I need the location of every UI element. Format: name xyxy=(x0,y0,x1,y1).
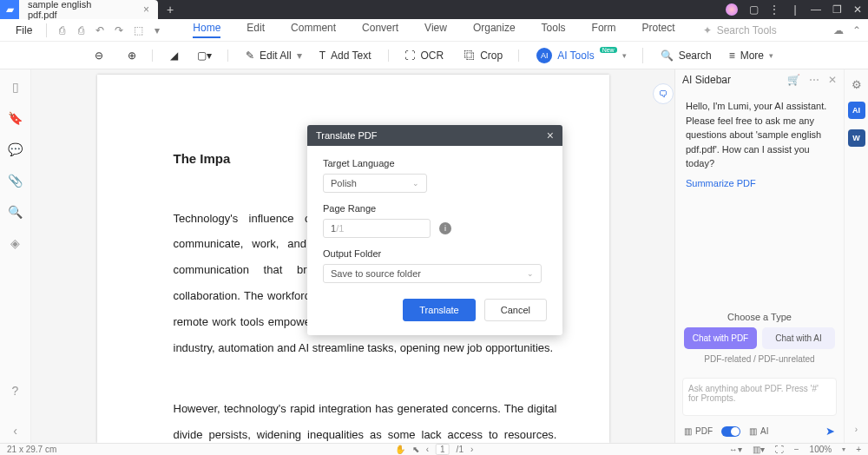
zoom-level[interactable]: 100% xyxy=(810,445,832,454)
edit-all-button[interactable]: Edit All xyxy=(260,49,292,62)
title-bar: ▰ sample english pdf.pdf × + ▢ ⋮ | — ❐ ✕ xyxy=(0,0,868,19)
ocr-icon: ⛶ xyxy=(404,49,415,62)
page-number-input[interactable]: 1 xyxy=(436,444,450,455)
comment-icon[interactable]: 💬 xyxy=(8,142,23,156)
select-tool-icon[interactable]: ⬉ xyxy=(412,445,419,454)
search-tools-label: Search Tools xyxy=(717,24,777,36)
next-page-icon[interactable]: › xyxy=(470,445,473,454)
attachments-icon[interactable]: 📎 xyxy=(8,174,23,188)
word-chip-icon[interactable]: W xyxy=(848,129,865,147)
crop-button[interactable]: Crop xyxy=(480,49,503,62)
left-rail: ▯ 🔖 💬 📎 🔍 ◈ ? ‹ xyxy=(0,69,31,443)
tab-protect[interactable]: Protect xyxy=(642,22,675,38)
save-icon[interactable]: ⎙ xyxy=(52,24,71,36)
pdf-mode-label: PDF xyxy=(695,426,713,436)
fullscreen-icon[interactable]: ⛶ xyxy=(775,445,784,454)
add-text-icon: T xyxy=(319,49,326,62)
nav-tabs: Home Edit Comment Convert View Organize … xyxy=(193,22,674,38)
output-folder-value: Save to source folder xyxy=(331,268,421,279)
tab-edit[interactable]: Edit xyxy=(247,22,265,38)
chat-with-pdf-button[interactable]: Chat with PDF xyxy=(684,327,757,349)
sliders-icon[interactable]: ⚙ xyxy=(852,78,862,91)
cloud-icon[interactable]: ☁ xyxy=(833,24,844,36)
open-icon[interactable]: ⬚ xyxy=(128,24,148,36)
cancel-button[interactable]: Cancel xyxy=(484,299,547,321)
chevron-down-icon: ⌄ xyxy=(527,269,534,278)
zoom-in-status-icon[interactable]: + xyxy=(856,445,861,454)
tab-comment[interactable]: Comment xyxy=(291,22,336,38)
page-total: /1 xyxy=(457,445,464,454)
search-button[interactable]: Search xyxy=(679,49,712,62)
zoom-out-status-icon[interactable]: − xyxy=(794,445,799,454)
redo-icon[interactable]: ↷ xyxy=(109,24,128,36)
tab-convert[interactable]: Convert xyxy=(362,22,398,38)
chevron-left-icon[interactable]: ‹ xyxy=(13,424,17,438)
tab-home[interactable]: Home xyxy=(193,22,220,38)
add-text-button[interactable]: Add Text xyxy=(331,49,371,62)
new-tab-button[interactable]: + xyxy=(158,3,182,16)
bookmark-icon[interactable]: 🔖 xyxy=(8,111,23,125)
ai-prompt-input[interactable]: Ask anything about PDF. Press '#' for Pr… xyxy=(682,378,837,416)
hand-tool-icon[interactable]: ✋ xyxy=(395,445,405,454)
chat-with-ai-button[interactable]: Chat with AI xyxy=(762,327,835,349)
page-range-total: /1 xyxy=(336,223,344,234)
pdf-mode-icon: ▥ xyxy=(684,426,692,436)
zoom-out-icon[interactable]: ⊖ xyxy=(95,49,103,62)
close-tab-icon[interactable]: × xyxy=(143,3,149,16)
kebab-icon[interactable]: ⋮ xyxy=(764,3,785,16)
summarize-pdf-link[interactable]: Summarize PDF xyxy=(686,176,756,191)
file-menu[interactable]: File xyxy=(7,24,41,36)
ai-tools-button[interactable]: AI Tools xyxy=(557,49,594,62)
close-window-button[interactable]: ✕ xyxy=(847,3,868,16)
target-language-select[interactable]: Polish ⌄ xyxy=(323,174,427,193)
print-icon[interactable]: ⎙ xyxy=(71,24,90,36)
crop-icon: ⿻ xyxy=(464,49,475,62)
minimize-button[interactable]: — xyxy=(806,3,826,16)
user-avatar[interactable] xyxy=(726,3,738,16)
dots-icon[interactable]: ⋯ xyxy=(809,74,819,86)
dialog-close-icon[interactable]: × xyxy=(547,129,554,142)
ocr-button[interactable]: OCR xyxy=(420,49,444,62)
tab-view[interactable]: View xyxy=(424,22,447,38)
ai-icon: AI xyxy=(536,48,552,63)
maximize-button[interactable]: ❐ xyxy=(826,3,847,16)
translate-button[interactable]: Translate xyxy=(403,299,475,321)
cart-icon[interactable]: 🛒 xyxy=(787,74,800,86)
help-icon[interactable]: ? xyxy=(12,384,19,398)
output-folder-select[interactable]: Save to source folder ⌄ xyxy=(323,264,542,283)
undo-icon[interactable]: ↶ xyxy=(90,24,109,36)
floating-ai-chip[interactable]: 🗨 xyxy=(653,83,674,104)
dialog-title: Translate PDF xyxy=(316,130,378,141)
search-panel-icon[interactable]: 🔍 xyxy=(8,205,23,219)
chevron-right-icon[interactable]: › xyxy=(855,425,858,434)
view-mode-icon[interactable]: ▥▾ xyxy=(753,445,765,454)
panel-icon[interactable]: ▢ xyxy=(743,3,764,16)
tab-tools[interactable]: Tools xyxy=(542,22,566,38)
more-button[interactable]: More xyxy=(740,49,764,62)
shape-icon[interactable]: ▢▾ xyxy=(197,49,212,62)
collapse-icon[interactable]: ⌃ xyxy=(852,24,861,36)
zoom-in-icon[interactable]: ⊕ xyxy=(128,49,136,62)
app-icon[interactable]: ▰ xyxy=(0,0,19,19)
send-icon[interactable]: ➤ xyxy=(825,425,835,438)
page-range-input[interactable]: 1/1 xyxy=(323,219,431,238)
target-language-label: Target Language xyxy=(323,158,547,168)
document-tab[interactable]: sample english pdf.pdf × xyxy=(19,0,158,19)
type-note: PDF-related / PDF-unrelated xyxy=(675,354,844,364)
prev-page-icon[interactable]: ‹ xyxy=(426,445,429,454)
mode-toggle[interactable] xyxy=(721,426,740,437)
dropdown-icon[interactable]: ▾ xyxy=(148,24,167,36)
chevron-down-icon: ⌄ xyxy=(412,179,419,188)
fit-width-icon[interactable]: ↔▾ xyxy=(729,445,742,454)
tab-form[interactable]: Form xyxy=(592,22,616,38)
search-tools[interactable]: ✦ Search Tools xyxy=(703,24,777,36)
highlighter-icon[interactable]: ◢ xyxy=(170,49,178,62)
layers-icon[interactable]: ◈ xyxy=(10,236,20,250)
sparkle-icon: ✦ xyxy=(703,24,712,36)
thumbnails-icon[interactable]: ▯ xyxy=(12,80,19,94)
toolbar: ⊖ ⊕ ◢ ▢▾ ✎ Edit All▾ T Add Text ⛶ OCR ⿻ … xyxy=(0,42,868,69)
ai-chip-icon[interactable]: AI xyxy=(848,102,865,119)
info-icon[interactable]: i xyxy=(439,222,451,234)
close-sidebar-icon[interactable]: ✕ xyxy=(828,74,837,86)
tab-organize[interactable]: Organize xyxy=(473,22,516,38)
